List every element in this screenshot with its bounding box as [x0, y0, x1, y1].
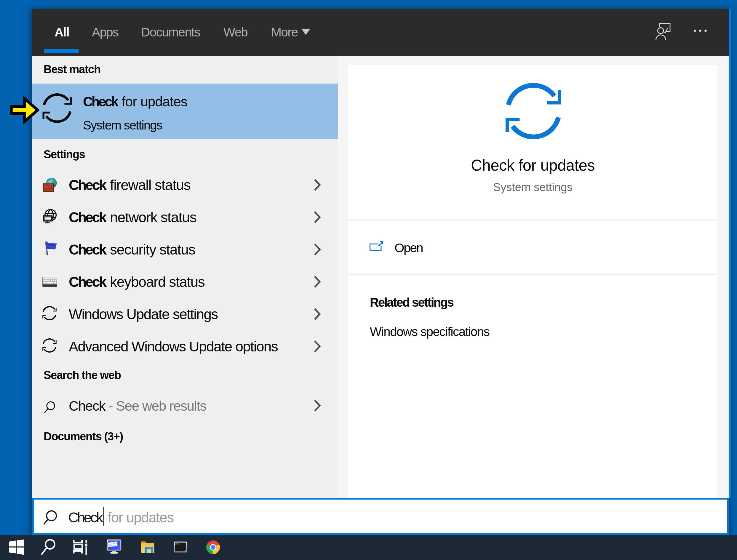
svg-text:C:\_: C:\_ — [175, 543, 181, 545]
